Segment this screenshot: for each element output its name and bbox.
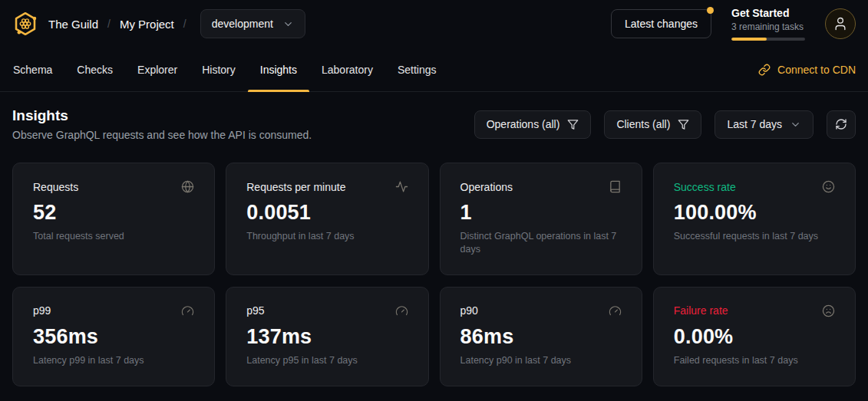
- refresh-icon: [835, 118, 847, 130]
- stats-grid: Requests 52 Total requests served Reques…: [12, 163, 856, 386]
- tab-checks[interactable]: Checks: [64, 48, 125, 91]
- stat-card-title: p90: [460, 304, 478, 317]
- latest-changes-button[interactable]: Latest changes: [611, 9, 711, 38]
- stat-card-title: Requests per minute: [246, 181, 345, 193]
- stat-card-title: p95: [246, 304, 264, 317]
- clients-filter-button[interactable]: Clients (all): [604, 110, 701, 139]
- stat-card-caption: Total requests served: [33, 230, 194, 243]
- filter-icon: [678, 119, 689, 130]
- stat-card-caption: Failed requests in last 7 days: [674, 354, 835, 367]
- stat-card-title: Failure rate: [674, 304, 728, 317]
- stat-card-caption: Distinct GraphQL operations in last 7 da…: [460, 230, 622, 256]
- stat-card-title: Success rate: [674, 181, 736, 193]
- stat-card-value: 0.0051: [246, 201, 408, 225]
- frown-icon: [822, 304, 835, 317]
- page-title-block: Insights Observe GraphQL requests and se…: [12, 107, 312, 141]
- stat-card-value: 0.00%: [674, 325, 835, 349]
- stat-card: p90 86ms Latency p90 in last 7 days: [440, 287, 642, 386]
- target-selector-value: development: [212, 18, 273, 30]
- progress-fill: [731, 38, 767, 41]
- stat-card-title: Operations: [460, 181, 513, 193]
- stat-card-title: Requests: [33, 181, 78, 193]
- target-selector[interactable]: development: [200, 9, 305, 38]
- connect-to-cdn-link[interactable]: Connect to CDN: [758, 48, 856, 91]
- progress-track: [731, 38, 805, 41]
- period-select[interactable]: Last 7 days: [715, 110, 814, 139]
- hive-logo-icon[interactable]: [12, 11, 38, 37]
- stat-card-caption: Latency p99 in last 7 days: [33, 354, 194, 367]
- chevron-down-icon: [282, 18, 294, 30]
- smile-icon: [822, 180, 835, 193]
- get-started-subtitle: 3 remaining tasks: [731, 21, 805, 32]
- globe-icon: [181, 180, 194, 193]
- tab-settings[interactable]: Settings: [385, 48, 449, 91]
- user-icon: [833, 16, 848, 31]
- app-header: The Guild / My Project / development Lat…: [0, 0, 868, 48]
- tab-schema[interactable]: Schema: [1, 48, 64, 91]
- stat-card-value: 86ms: [460, 325, 622, 349]
- stat-card-caption: Successful requests in last 7 days: [674, 230, 835, 243]
- page-head: Insights Observe GraphQL requests and se…: [12, 107, 856, 141]
- brand: The Guild / My Project / development: [12, 9, 305, 38]
- stat-card-title: p99: [33, 304, 51, 317]
- stat-card: Failure rate 0.00% Failed requests in la…: [653, 287, 856, 386]
- operations-filter-button[interactable]: Operations (all): [474, 110, 592, 139]
- get-started-title: Get Started: [731, 7, 805, 19]
- breadcrumb-separator: /: [183, 18, 186, 30]
- breadcrumb-org[interactable]: The Guild: [48, 18, 98, 31]
- stat-card-caption: Latency p95 in last 7 days: [246, 354, 408, 367]
- stat-card: Operations 1 Distinct GraphQL operations…: [440, 163, 642, 275]
- chevron-down-icon: [790, 119, 801, 130]
- gauge-icon: [609, 304, 622, 317]
- filter-icon: [567, 119, 579, 130]
- tab-history[interactable]: History: [190, 48, 248, 91]
- tab-explorer[interactable]: Explorer: [125, 48, 190, 91]
- stat-card-caption: Throughput in last 7 days: [246, 230, 408, 243]
- stat-card-value: 100.00%: [674, 201, 835, 225]
- page-subtitle: Observe GraphQL requests and see how the…: [12, 129, 312, 141]
- period-select-value: Last 7 days: [727, 118, 782, 130]
- breadcrumb-project[interactable]: My Project: [120, 18, 174, 31]
- stat-card: Requests 52 Total requests served: [12, 163, 215, 275]
- main-content: Insights Observe GraphQL requests and se…: [0, 92, 868, 386]
- stat-card-value: 1: [460, 201, 622, 225]
- stat-card: p95 137ms Latency p95 in last 7 days: [226, 287, 428, 386]
- latest-changes-label: Latest changes: [625, 18, 698, 30]
- tab-insights[interactable]: Insights: [248, 48, 309, 91]
- get-started-widget[interactable]: Get Started 3 remaining tasks: [731, 7, 805, 41]
- link-icon: [758, 64, 771, 76]
- stat-card: Success rate 100.00% Successful requests…: [653, 163, 856, 275]
- filter-bar: Operations (all) Clients (all) Last 7 da…: [474, 110, 856, 139]
- book-icon: [609, 180, 622, 193]
- notification-dot: [707, 7, 714, 14]
- tab-laboratory[interactable]: Laboratory: [309, 48, 385, 91]
- stat-card-caption: Latency p90 in last 7 days: [460, 354, 622, 367]
- breadcrumb-separator: /: [107, 18, 111, 30]
- stat-card-value: 52: [33, 201, 194, 225]
- gauge-icon: [395, 304, 408, 317]
- page-title: Insights: [12, 107, 312, 124]
- stat-card: p99 356ms Latency p99 in last 7 days: [12, 287, 215, 386]
- nav-tabs: Schema Checks Explorer History Insights …: [1, 48, 449, 91]
- connect-to-cdn-label: Connect to CDN: [777, 64, 856, 76]
- refresh-button[interactable]: [827, 110, 856, 139]
- stat-card-value: 137ms: [246, 325, 408, 349]
- operations-filter-label: Operations (all): [487, 118, 560, 130]
- main-nav: Schema Checks Explorer History Insights …: [0, 48, 868, 92]
- clients-filter-label: Clients (all): [616, 118, 670, 130]
- stat-card: Requests per minute 0.0051 Throughput in…: [226, 163, 428, 275]
- gauge-icon: [181, 304, 194, 317]
- user-avatar[interactable]: [825, 8, 856, 39]
- activity-icon: [395, 180, 408, 193]
- breadcrumb: The Guild / My Project /: [48, 18, 196, 31]
- header-right: Latest changes Get Started 3 remaining t…: [611, 7, 856, 41]
- stat-card-value: 356ms: [33, 325, 194, 349]
